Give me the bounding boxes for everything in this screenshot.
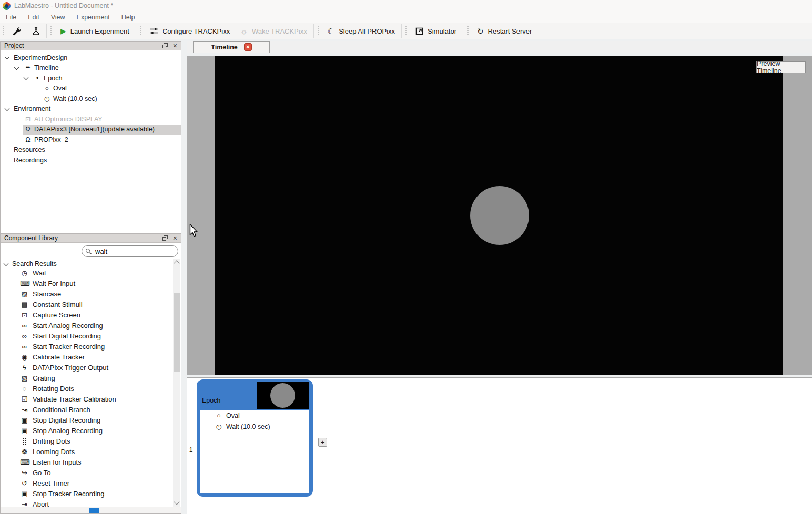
epoch-component-item[interactable]: ○ Oval bbox=[200, 410, 309, 421]
restart-server-button[interactable]: ↻ Restart Server bbox=[472, 26, 537, 37]
scroll-up-icon[interactable] bbox=[174, 260, 179, 266]
library-item[interactable]: ▣ Stop Tracker Recording bbox=[1, 488, 172, 499]
capture-screen-icon: ⊡ bbox=[20, 311, 29, 319]
close-panel-icon[interactable]: × bbox=[173, 43, 177, 49]
tree-item[interactable]: Environment bbox=[1, 104, 181, 115]
chevron-down-icon[interactable] bbox=[5, 106, 10, 111]
library-item[interactable]: ∞ Start Tracker Recording bbox=[1, 341, 172, 352]
configure-trackpixx-button[interactable]: Configure TRACKPixx bbox=[145, 26, 235, 37]
oval-stimulus bbox=[470, 186, 529, 245]
project-tree: ExperimentDesign ••• Timeline • Epoc bbox=[1, 53, 181, 233]
tree-item[interactable]: Ω PROPixx_2 bbox=[1, 135, 181, 145]
tree-item[interactable]: Resources bbox=[1, 145, 181, 156]
menu-item[interactable]: Edit bbox=[22, 14, 45, 21]
library-item[interactable]: ◌ Rotating Dots bbox=[1, 383, 172, 394]
chevron-down-icon[interactable] bbox=[5, 55, 10, 60]
library-item[interactable]: ⌨ Listen for Inputs bbox=[1, 457, 172, 467]
library-item[interactable]: ☑ Validate Tracker Calibration bbox=[1, 394, 172, 404]
sleep-all-propixx-button[interactable]: ☾ Sleep All PROPixx bbox=[322, 26, 400, 37]
chevron-down-icon[interactable] bbox=[24, 75, 29, 80]
simulator-button[interactable]: Simulator bbox=[410, 26, 462, 37]
vertical-scroll-thumb[interactable] bbox=[174, 293, 180, 372]
wait-icon: ◷ bbox=[215, 423, 223, 430]
propixx-icon: Ω bbox=[23, 136, 32, 143]
experiment-flask-button[interactable] bbox=[27, 25, 45, 37]
library-item[interactable]: ▣ Stop Analog Recording bbox=[1, 425, 172, 436]
library-item[interactable]: ▤ Constant Stimuli bbox=[1, 299, 172, 310]
record-reels-icon: ∞ bbox=[20, 343, 29, 351]
undock-panel-icon[interactable] bbox=[162, 235, 168, 241]
chevron-down-icon[interactable] bbox=[14, 65, 19, 70]
horizontal-scroll-thumb[interactable] bbox=[89, 508, 99, 513]
tab-timeline[interactable]: Timeline × bbox=[193, 41, 270, 53]
undock-panel-icon[interactable] bbox=[162, 43, 168, 48]
library-item[interactable]: ↪ Go To bbox=[1, 467, 172, 478]
library-list: ◷ Wait ⌨ Wait For Input ▨ Staircase ▤ Co… bbox=[1, 268, 172, 507]
restart-icon: ↻ bbox=[477, 27, 484, 35]
wait-icon: ◷ bbox=[42, 95, 50, 102]
tree-item[interactable]: ○ Oval bbox=[1, 84, 181, 94]
library-item[interactable]: ◷ Wait bbox=[1, 268, 172, 278]
titlebar: LabMaestro - Untitled Document * bbox=[0, 0, 812, 12]
epoch-block-label: Epoch bbox=[202, 397, 220, 404]
search-results-label: Search Results bbox=[12, 260, 57, 268]
scroll-down-icon[interactable] bbox=[174, 499, 179, 505]
library-horizontal-scrollbar[interactable] bbox=[1, 507, 181, 513]
stop-icon: ▣ bbox=[20, 416, 29, 424]
close-tab-icon[interactable]: × bbox=[244, 43, 252, 51]
library-item[interactable]: ∞ Start Digital Recording bbox=[1, 331, 172, 341]
toolbar-drag-handle[interactable] bbox=[467, 26, 469, 36]
library-item[interactable]: ▧ Grating bbox=[1, 373, 172, 383]
tree-item[interactable]: • Epoch bbox=[1, 73, 181, 84]
wake-trackpixx-button[interactable]: ☼ Wake TRACKPixx bbox=[235, 26, 312, 37]
settings-wrench-button[interactable] bbox=[7, 25, 27, 37]
library-item[interactable]: ⣿ Drifting Dots bbox=[1, 436, 172, 446]
tree-item[interactable]: ⊡ AU Optronics DISPLAY bbox=[1, 114, 181, 125]
menu-item[interactable]: File bbox=[0, 14, 22, 21]
drifting-dots-icon: ⣿ bbox=[20, 437, 29, 445]
chevron-down-icon[interactable] bbox=[4, 261, 9, 266]
library-item[interactable]: ϟ DATAPixx Trigger Output bbox=[1, 362, 172, 373]
toolbar-drag-handle[interactable] bbox=[405, 26, 407, 36]
library-item[interactable]: ↝ Conditional Branch bbox=[1, 404, 172, 415]
app-logo-icon bbox=[3, 2, 11, 10]
tree-item[interactable]: Recordings bbox=[1, 155, 181, 166]
library-item[interactable]: ☸ Looming Dots bbox=[1, 446, 172, 457]
search-input[interactable] bbox=[95, 248, 188, 255]
epoch-block[interactable]: Epoch ○ Oval ◷ Wait (10.0 sec) bbox=[197, 379, 313, 497]
menu-item[interactable]: Help bbox=[116, 14, 141, 21]
library-vertical-scrollbar[interactable] bbox=[173, 259, 180, 507]
tree-item[interactable]: ◷ Wait (10.0 sec) bbox=[1, 94, 181, 104]
toolbar-drag-handle[interactable] bbox=[3, 26, 4, 36]
moon-icon: ☾ bbox=[328, 27, 334, 35]
tree-item[interactable]: Ω DATAPixx3 [Nouveau1](update available) bbox=[1, 125, 181, 135]
library-item[interactable]: ↺ Reset Timer bbox=[1, 478, 172, 488]
search-results-section[interactable]: Search Results bbox=[4, 260, 167, 268]
close-panel-icon[interactable]: × bbox=[173, 235, 177, 241]
constant-stimuli-icon: ▤ bbox=[20, 301, 29, 309]
library-item[interactable]: ⌨ Wait For Input bbox=[1, 278, 172, 289]
library-item[interactable]: ▨ Staircase bbox=[1, 289, 172, 299]
library-item[interactable]: ◉ Calibrate Tracker bbox=[1, 352, 172, 362]
library-item[interactable]: ⇥ Abort bbox=[1, 499, 172, 507]
preview-timeline-button[interactable]: Preview Timeline bbox=[756, 61, 806, 73]
menu-item[interactable]: View bbox=[45, 14, 71, 21]
toolbar-drag-handle[interactable] bbox=[318, 26, 319, 36]
play-icon: ▶ bbox=[60, 27, 66, 35]
library-search-row: × bbox=[1, 244, 181, 259]
library-item[interactable]: ∞ Start Analog Recording bbox=[1, 320, 172, 331]
toolbar-drag-handle[interactable] bbox=[50, 26, 52, 36]
tree-item[interactable]: ExperimentDesign bbox=[1, 53, 181, 63]
abort-icon: ⇥ bbox=[20, 500, 29, 508]
epoch-component-item[interactable]: ◷ Wait (10.0 sec) bbox=[200, 421, 309, 432]
tree-item[interactable]: ••• Timeline bbox=[1, 63, 181, 74]
launch-experiment-button[interactable]: ▶ Launch Experiment bbox=[55, 26, 135, 37]
library-search-box[interactable]: × bbox=[82, 245, 178, 257]
menu-item[interactable]: Experiment bbox=[71, 14, 116, 21]
toolbar-separator bbox=[136, 24, 136, 38]
lightning-icon: ϟ bbox=[20, 364, 29, 372]
add-epoch-button[interactable]: + bbox=[318, 438, 327, 447]
library-item[interactable]: ▣ Stop Digital Recording bbox=[1, 415, 172, 425]
toolbar-drag-handle[interactable] bbox=[140, 26, 141, 36]
library-item[interactable]: ⊡ Capture Screen bbox=[1, 310, 172, 320]
